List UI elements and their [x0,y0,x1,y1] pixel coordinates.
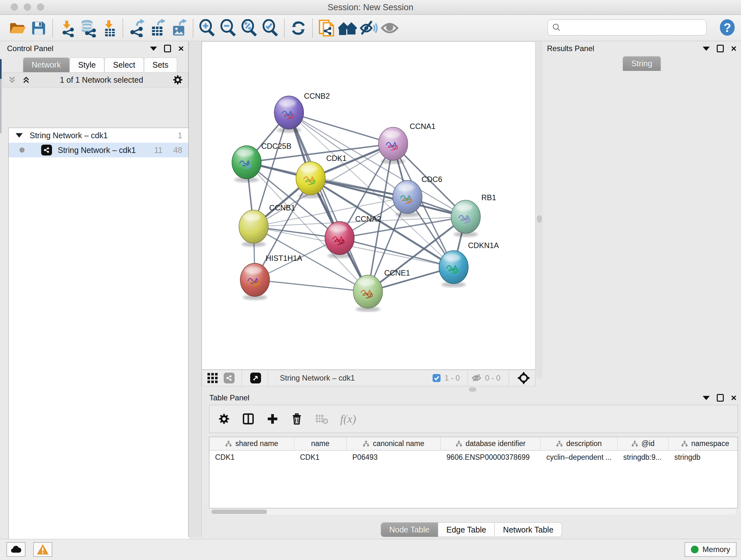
network-row-selected[interactable]: String Network – cdk1 11 48 [9,143,190,158]
save-session-button[interactable] [28,18,49,38]
column-header[interactable]: @id [617,437,669,450]
table-cell[interactable]: cyclin–dependent ... [541,450,617,464]
tab-string[interactable]: String [623,56,661,71]
grid-view-icon[interactable] [206,372,219,384]
close-panel-icon[interactable]: × [178,45,184,52]
panel-menu-icon[interactable] [150,47,157,51]
network-node-ccne1[interactable]: CCNE1 [353,268,410,312]
table-row[interactable]: CDK1CDK1P064939606.ENSP00000378699cyclin… [209,450,738,464]
node-label: CCNB2 [304,91,330,100]
tab-network[interactable]: Network [23,57,70,72]
panel-menu-icon[interactable] [703,47,710,51]
birdseye-view-icon[interactable] [250,373,261,383]
table-options-gear-icon[interactable] [218,413,230,425]
export-network-button[interactable] [126,18,147,38]
hide-selected-button[interactable] [358,18,379,38]
tab-edge-table[interactable]: Edge Table [438,522,495,537]
column-header[interactable]: name [294,437,347,450]
string-home-button[interactable] [337,18,358,38]
vertical-splitter[interactable] [188,42,202,537]
network-view-type-icon[interactable] [224,373,234,383]
tab-node-table[interactable]: Node Table [381,522,438,537]
selected-items-checkbox[interactable] [432,373,441,383]
tab-network-table[interactable]: Network Table [495,522,562,537]
export-image-button[interactable] [169,18,190,38]
cloud-status-button[interactable] [6,542,25,557]
network-edge[interactable] [289,113,393,144]
export-network-icon [128,19,146,37]
table-cell[interactable]: CDK1 [294,450,347,464]
panel-menu-icon[interactable] [703,396,710,400]
column-header[interactable]: canonical name [347,437,441,450]
network-node-cdc6[interactable]: CDC6 [393,175,442,217]
column-header-label: shared name [235,439,278,448]
network-canvas[interactable]: CCNB2CCNA1CDC25BCDK1CDC6RB1CCNB1CCNA2CDK… [202,42,536,370]
create-column-icon[interactable] [266,413,279,425]
show-hidden-button[interactable] [379,18,400,38]
help-button[interactable]: ? [718,17,737,37]
tab-style[interactable]: Style [70,57,105,72]
table-cell[interactable]: 9606.ENSP00000378699 [441,450,541,464]
import-network-database-button[interactable] [77,18,98,38]
network-edge[interactable] [340,238,454,267]
network-options-gear-icon[interactable] [172,74,184,85]
open-session-button[interactable] [7,18,28,38]
network-node-hist1h1a[interactable]: HIST1H1A [240,254,302,300]
export-table-button[interactable] [147,18,169,38]
column-header[interactable]: description [541,437,617,450]
minimize-window-button[interactable] [24,3,31,10]
fit-selected-crosshair-icon[interactable] [517,371,531,385]
column-header[interactable]: namespace [669,437,738,450]
network-edge[interactable] [289,113,368,292]
column-header[interactable]: database identifier [441,437,541,450]
network-search-box[interactable] [548,19,706,36]
column-header-label: name [311,439,330,448]
close-panel-icon[interactable]: × [731,394,737,401]
zoom-fit-button[interactable] [239,18,260,38]
column-header[interactable]: shared name [209,437,294,450]
zoom-out-button[interactable] [218,18,239,38]
zoom-selected-button[interactable] [260,18,281,38]
expand-all-networks-icon[interactable] [21,75,31,84]
import-table-button[interactable] [98,18,119,38]
memory-button[interactable]: Memory [684,542,737,557]
network-node-cdc25b[interactable]: CDC25B [232,142,291,182]
tab-sets[interactable]: Sets [144,57,177,72]
network-collection-row[interactable]: String Network – cdk1 1 [9,128,190,143]
results-splitter[interactable] [536,42,542,378]
network-graph[interactable]: CCNB2CCNA1CDC25BCDK1CDC6RB1CCNB1CCNA2CDK… [202,42,535,369]
network-selection-status: 1 of 1 Network selected [31,75,172,84]
zoom-window-button[interactable] [37,3,44,10]
table-cell[interactable]: stringdb [669,450,738,464]
delete-column-icon[interactable] [290,413,303,425]
close-window-button[interactable] [11,3,18,10]
clone-network-button[interactable] [316,18,337,38]
table-horizontal-scrollbar[interactable] [211,509,736,515]
float-panel-icon[interactable] [717,45,724,52]
table-cell[interactable]: P06493 [347,450,441,464]
control-panel-title: Control Panel [7,44,53,53]
network-node-rb1[interactable]: RB1 [451,193,496,237]
apply-style-button[interactable] [288,18,309,38]
table-cell[interactable]: CDK1 [209,450,294,464]
network-node-cdkn1a[interactable]: CDKN1A [439,241,499,287]
warnings-button[interactable] [33,542,52,557]
float-panel-icon[interactable] [164,45,171,52]
tab-select[interactable]: Select [105,57,144,72]
show-columns-icon[interactable] [242,413,255,425]
network-node-ccnb2[interactable]: CCNB2 [274,91,330,133]
float-panel-icon[interactable] [717,394,724,401]
warning-icon [36,543,50,556]
search-input[interactable] [561,23,698,32]
scrollbar-thumb[interactable] [211,509,267,514]
tree-expand-icon[interactable] [16,133,23,138]
table-cell[interactable]: stringdb:9... [617,450,669,464]
close-panel-icon[interactable]: × [731,45,737,52]
save-floppy-icon [30,19,47,37]
network-tree: String Network – cdk1 1 String Network –… [8,128,190,560]
zoom-in-button[interactable] [197,18,218,38]
import-network-icon [58,19,76,37]
import-network-file-button[interactable] [56,18,77,38]
collapse-all-networks-icon[interactable] [7,75,17,84]
horizontal-splitter[interactable] [202,387,741,392]
